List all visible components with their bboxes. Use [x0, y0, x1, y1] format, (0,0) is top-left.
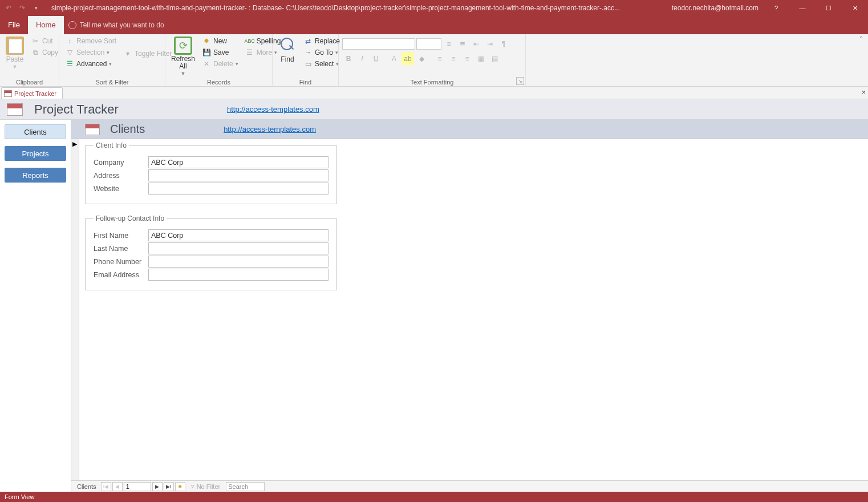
- input-company[interactable]: [148, 156, 328, 168]
- nav-new-button[interactable]: ✸: [175, 482, 185, 491]
- sidebar-item-reports[interactable]: Reports: [5, 168, 66, 183]
- close-document-button[interactable]: ×: [861, 88, 866, 96]
- form-area: ▶ Client Info Company Address Website: [71, 139, 868, 480]
- subform-icon: [85, 124, 100, 135]
- advanced-icon: ☰: [65, 59, 74, 68]
- numbering-button[interactable]: ≣: [456, 38, 469, 50]
- minimize-button[interactable]: —: [789, 0, 816, 16]
- tab-file[interactable]: File: [0, 16, 28, 34]
- font-size-combo[interactable]: [416, 38, 441, 50]
- gridlines-button[interactable]: ▦: [474, 52, 487, 65]
- input-lastname[interactable]: [148, 242, 328, 254]
- record-selector[interactable]: ▶: [71, 139, 79, 480]
- group-records: Refresh All ▼ ✸New 💾Save ✕Delete ABCSpel…: [165, 34, 273, 86]
- sidebar-item-clients[interactable]: Clients: [5, 124, 66, 139]
- text-direction-button[interactable]: ¶: [497, 38, 510, 50]
- quick-access-toolbar: ↶ ↷ ▾: [0, 2, 44, 14]
- bullets-button[interactable]: ≡: [443, 38, 455, 50]
- subform-title: Clients: [110, 123, 145, 136]
- redo-button[interactable]: ↷: [16, 2, 29, 14]
- selection-icon: ▽: [65, 48, 74, 57]
- label-address: Address: [94, 172, 148, 180]
- group-find: Find ⇄Replace →Go To ▭Select Find: [273, 34, 339, 86]
- sidebar-item-projects[interactable]: Projects: [5, 146, 66, 161]
- header-link[interactable]: http://access-templates.com: [227, 105, 319, 114]
- nav-prev-button[interactable]: ◀: [112, 482, 123, 491]
- font-name-combo[interactable]: [342, 38, 415, 50]
- indent-decrease-button[interactable]: ⇤: [470, 38, 482, 50]
- nav-next-button[interactable]: ▶: [152, 482, 163, 491]
- textfmt-dialog-launcher[interactable]: ↘: [516, 77, 524, 85]
- legend-client-info: Client Info: [94, 141, 129, 149]
- sidebar: Clients Projects Reports: [0, 120, 71, 492]
- legend-contact-info: Follow-up Contact Info: [94, 214, 167, 222]
- subheader-link[interactable]: http://access-templates.com: [224, 125, 316, 133]
- highlight-button[interactable]: ab: [401, 52, 414, 65]
- input-phone[interactable]: [148, 256, 328, 268]
- group-label-clipboard: Clipboard: [3, 78, 55, 86]
- save-icon: 💾: [202, 48, 211, 57]
- input-website[interactable]: [148, 183, 328, 195]
- qat-customize[interactable]: ▾: [30, 2, 42, 14]
- selection-button[interactable]: ▽Selection: [63, 47, 119, 58]
- label-website: Website: [94, 185, 148, 193]
- content: Clients http://access-templates.com ▶ Cl…: [71, 120, 868, 492]
- save-record-button[interactable]: 💾Save: [200, 47, 241, 58]
- tell-me-search[interactable]: Tell me what you want to do: [64, 16, 164, 34]
- undo-button[interactable]: ↶: [2, 2, 15, 14]
- cut-button[interactable]: ✂Cut: [29, 35, 60, 47]
- alt-row-color-button[interactable]: ▤: [488, 52, 501, 65]
- help-button[interactable]: ?: [763, 0, 789, 16]
- italic-button[interactable]: I: [356, 52, 368, 65]
- align-left-button[interactable]: ≡: [433, 52, 446, 65]
- maximize-button[interactable]: ☐: [816, 0, 842, 16]
- refresh-all-button[interactable]: Refresh All ▼: [169, 35, 197, 78]
- new-record-button[interactable]: ✸New: [200, 35, 241, 47]
- goto-button[interactable]: →Go To: [301, 47, 342, 58]
- underline-button[interactable]: U: [370, 52, 382, 65]
- filter-indicator[interactable]: ▿No Filter: [186, 483, 225, 490]
- scissors-icon: ✂: [31, 37, 40, 46]
- input-email[interactable]: [148, 269, 328, 281]
- fieldset-contact-info: Follow-up Contact Info First Name Last N…: [85, 214, 337, 290]
- paste-label: Paste: [6, 55, 24, 63]
- align-right-button[interactable]: ≡: [461, 52, 473, 65]
- new-icon: ✸: [202, 37, 211, 46]
- collapse-ribbon-button[interactable]: ⌃: [857, 35, 866, 44]
- delete-icon: ✕: [202, 59, 211, 68]
- bold-button[interactable]: B: [342, 52, 355, 65]
- group-sort-filter: ↕Remove Sort ▽Selection ☰Advanced ▾Toggl…: [59, 34, 165, 86]
- sub-header: Clients http://access-templates.com: [71, 120, 868, 139]
- record-search-input[interactable]: [226, 482, 265, 491]
- input-firstname[interactable]: [148, 229, 328, 241]
- nav-last-button[interactable]: ▶I: [164, 482, 174, 491]
- record-navigation: Clients I◀ ◀ ▶ ▶I ✸ ▿No Filter: [71, 480, 868, 492]
- main-header: Project Tracker http://access-templates.…: [0, 99, 868, 120]
- nav-first-button[interactable]: I◀: [101, 482, 111, 491]
- account-label[interactable]: teodor.nechita@hotmail.com: [667, 4, 763, 12]
- select-button[interactable]: ▭Select: [301, 58, 342, 70]
- paste-icon: [6, 37, 24, 55]
- tab-home[interactable]: Home: [28, 16, 64, 34]
- copy-button[interactable]: ⧉Copy: [29, 47, 60, 58]
- paste-button[interactable]: Paste ▼: [3, 35, 26, 71]
- fill-color-button[interactable]: ◆: [415, 52, 428, 65]
- remove-sort-button[interactable]: ↕Remove Sort: [63, 35, 119, 47]
- doctab-project-tracker[interactable]: Project Tracker: [1, 87, 63, 99]
- align-center-button[interactable]: ≡: [447, 52, 460, 65]
- tell-me-placeholder: Tell me what you want to do: [80, 21, 164, 29]
- ribbon-tabs: File Home Tell me what you want to do: [0, 16, 868, 34]
- fieldset-client-info: Client Info Company Address Website: [85, 141, 337, 204]
- record-number-input[interactable]: [124, 482, 151, 491]
- copy-icon: ⧉: [31, 48, 40, 57]
- find-button[interactable]: Find: [276, 35, 299, 64]
- advanced-button[interactable]: ☰Advanced: [63, 58, 119, 70]
- delete-record-button[interactable]: ✕Delete: [200, 58, 241, 70]
- document-tab-strip: Project Tracker ×: [0, 87, 868, 99]
- indent-increase-button[interactable]: ⇥: [484, 38, 496, 50]
- replace-button[interactable]: ⇄Replace: [301, 35, 342, 47]
- close-button[interactable]: ✕: [842, 0, 868, 16]
- font-color-button[interactable]: A: [388, 52, 400, 65]
- remove-sort-icon: ↕: [65, 37, 74, 46]
- input-address[interactable]: [148, 169, 328, 181]
